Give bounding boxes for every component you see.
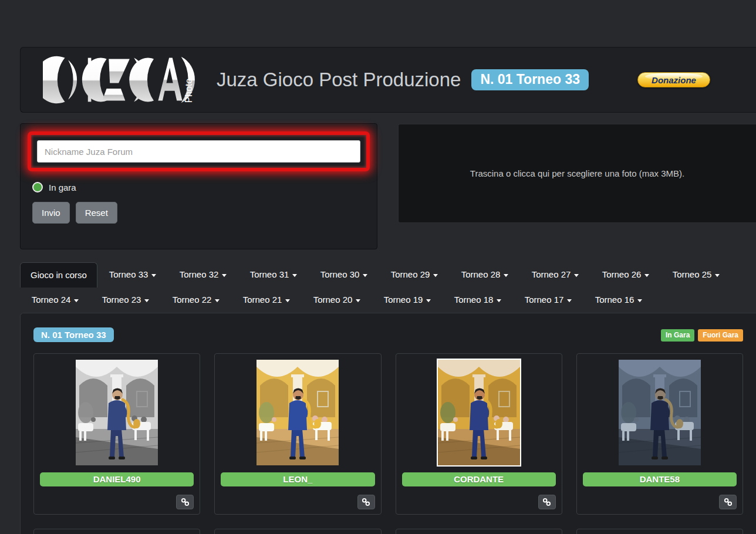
tab-torneo-21[interactable]: Torneo 21 (231, 288, 302, 313)
tab-torneo-33[interactable]: Torneo 33 (97, 262, 168, 288)
entry-form: In gara Invio Reset (20, 123, 377, 249)
dropzone-text: Trascina o clicca qui per scegliere una … (470, 168, 684, 178)
header: Photo Juza Gioco Post Produzione N. 01 T… (20, 47, 756, 113)
juza-photo-logo[interactable]: Photo (43, 55, 197, 105)
tab-label: Torneo 20 (313, 295, 353, 305)
in-gara-radio-row: In gara (32, 182, 370, 192)
tab-torneo-20[interactable]: Torneo 20 (302, 288, 372, 313)
link-icon (542, 498, 551, 506)
photo-card (396, 529, 562, 534)
tab-torneo-28[interactable]: Torneo 28 (450, 262, 520, 288)
chevron-down-icon (292, 274, 297, 277)
status-legend: In GaraFuori Gara (661, 329, 743, 342)
page: Photo Juza Gioco Post Produzione N. 01 T… (0, 47, 756, 534)
chevron-down-icon (644, 274, 649, 277)
tab-torneo-16[interactable]: Torneo 16 (583, 288, 654, 313)
photo-card: LEON_ (214, 353, 381, 515)
entry-photo[interactable] (619, 360, 701, 465)
tab-torneo-22[interactable]: Torneo 22 (161, 288, 231, 313)
tab-gioco-in-corso[interactable]: Gioco in corso (20, 262, 97, 288)
photo-card (576, 529, 743, 534)
photo-card (214, 529, 381, 534)
tab-torneo-17[interactable]: Torneo 17 (513, 288, 583, 313)
chevron-down-icon (285, 299, 290, 302)
donate-button[interactable]: Donazione (637, 72, 710, 87)
tab-torneo-31[interactable]: Torneo 31 (238, 262, 309, 288)
photo-frame (402, 360, 556, 465)
chevron-down-icon (144, 299, 149, 302)
card-footer (583, 495, 737, 509)
photo-dropzone[interactable]: Trascina o clicca qui per scegliere una … (398, 124, 756, 223)
tab-label: Torneo 26 (602, 269, 642, 279)
photo-card (33, 529, 200, 534)
chevron-down-icon (637, 299, 642, 302)
chevron-down-icon (504, 274, 508, 277)
tab-torneo-29[interactable]: Torneo 29 (379, 262, 450, 288)
cards-grid-row-2 (33, 529, 743, 534)
chevron-down-icon (215, 299, 220, 302)
nickname-input[interactable] (37, 140, 360, 163)
submit-button[interactable]: Invio (32, 202, 70, 224)
entry-author-badge: DANTE58 (583, 472, 737, 486)
tab-torneo-26[interactable]: Torneo 26 (590, 262, 661, 288)
tab-torneo-30[interactable]: Torneo 30 (309, 262, 379, 288)
tab-torneo-24[interactable]: Torneo 24 (20, 288, 90, 313)
entry-link-button[interactable] (538, 495, 556, 509)
tab-torneo-18[interactable]: Torneo 18 (443, 288, 513, 313)
entry-photo[interactable] (256, 360, 339, 465)
chevron-down-icon (222, 274, 227, 277)
entry-author-badge: CORDANTE (402, 472, 556, 486)
card-footer (40, 495, 194, 509)
juza-logo-mark: Photo (43, 55, 197, 105)
tab-label: Torneo 33 (109, 269, 148, 279)
entry-photo[interactable] (76, 360, 158, 465)
link-icon (724, 498, 733, 506)
tab-label: Torneo 25 (673, 269, 712, 279)
tab-label: Torneo 30 (320, 269, 360, 279)
tab-label: Torneo 28 (461, 269, 501, 279)
reset-button[interactable]: Reset (76, 202, 117, 224)
chevron-down-icon (426, 299, 431, 302)
tab-torneo-19[interactable]: Torneo 19 (372, 288, 443, 313)
photo-card: DANIEL490 (33, 353, 200, 515)
tab-label: Torneo 18 (454, 295, 494, 305)
entry-link-button[interactable] (719, 495, 737, 509)
tab-torneo-32[interactable]: Torneo 32 (168, 262, 238, 288)
entry-link-button[interactable] (357, 495, 375, 509)
photo-frame (40, 360, 194, 465)
tab-label: Torneo 17 (525, 295, 564, 305)
tab-label: Torneo 31 (250, 269, 289, 279)
chevron-down-icon (74, 299, 79, 302)
tab-torneo-27[interactable]: Torneo 27 (520, 262, 590, 288)
tab-torneo-25[interactable]: Torneo 25 (661, 262, 731, 288)
tab-label: Torneo 32 (180, 269, 219, 279)
tab-label: Torneo 22 (173, 295, 212, 305)
logo-photo-label: Photo (184, 79, 194, 103)
tab-label: Gioco in corso (31, 270, 87, 280)
gallery-panel: N. 01 Torneo 33 In GaraFuori Gara (20, 313, 756, 534)
tab-label: Torneo 27 (532, 269, 571, 279)
highlight-red-frame (28, 131, 370, 171)
tournament-tabs: Gioco in corsoTorneo 33Torneo 32Torneo 3… (20, 262, 756, 313)
tab-torneo-23[interactable]: Torneo 23 (90, 288, 161, 313)
tab-label: Torneo 29 (391, 269, 430, 279)
tab-label: Torneo 24 (32, 295, 71, 305)
in-gara-radio[interactable] (32, 182, 43, 192)
chevron-down-icon (715, 274, 720, 277)
chevron-down-icon (433, 274, 438, 277)
chevron-down-icon (497, 299, 501, 302)
tab-label: Torneo 23 (102, 295, 141, 305)
donate-label: Donazione (652, 75, 696, 85)
legend-badge-in-gara: In Gara (661, 329, 694, 342)
form-buttons: Invio Reset (32, 202, 370, 224)
in-gara-label: In gara (49, 182, 76, 192)
round-badge: N. 01 Torneo 33 (471, 69, 589, 90)
photo-card: CORDANTE (396, 353, 562, 515)
entry-link-button[interactable] (176, 495, 194, 509)
entry-photo[interactable] (438, 360, 520, 465)
chevron-down-icon (574, 274, 579, 277)
chevron-down-icon (151, 274, 156, 277)
card-footer (402, 495, 556, 509)
tab-label: Torneo 16 (595, 295, 635, 305)
legend-badge-fuori-gara: Fuori Gara (698, 329, 743, 342)
